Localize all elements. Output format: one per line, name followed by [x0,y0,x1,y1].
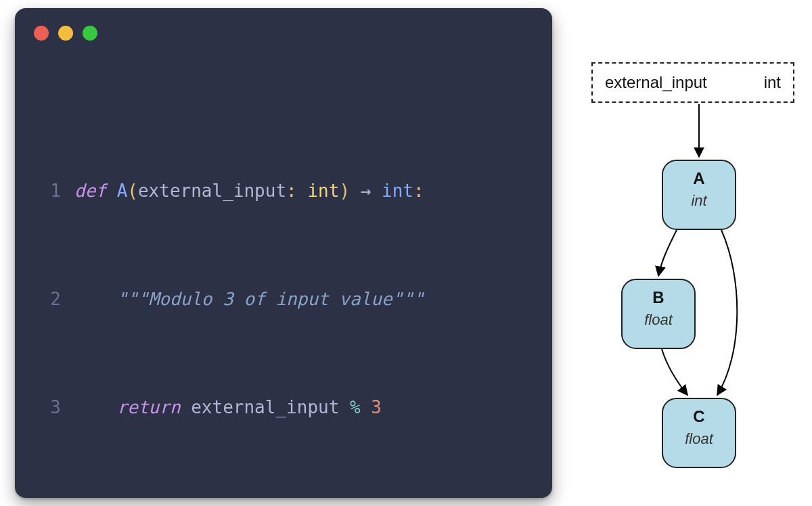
diagram-node-c: C float [662,398,736,468]
line-number: 3 [34,394,74,421]
line-number: 4 [34,502,74,506]
edge-a-to-c [717,230,737,395]
code-line: 3 return external_input % 3 [34,394,533,421]
stage: 1 def A(external_input: int) → int: 2 ""… [0,0,812,506]
code-line: 1 def A(external_input: int) → int: [34,177,533,204]
diagram-node-label: C [663,407,735,426]
edge-b-to-c [662,349,687,395]
diagram-node-b: B float [621,279,696,349]
line-number: 1 [34,177,74,204]
close-icon[interactable] [34,26,49,41]
code-window: 1 def A(external_input: int) → int: 2 ""… [15,8,552,498]
dependency-diagram: external_input int A int B float C float [574,8,808,498]
line-number: 2 [34,285,74,313]
diagram-external-input: external_input int [591,62,794,103]
diagram-node-label: A [663,169,735,188]
code-content: def A(external_input: int) → int: [74,177,533,204]
code-content: return external_input % 3 [74,394,533,421]
diagram-node-label: B [623,288,694,307]
diagram-external-type: int [764,73,781,92]
diagram-node-type: float [663,430,735,448]
diagram-node-a: A int [662,160,736,230]
code-editor: 1 def A(external_input: int) → int: 2 ""… [15,55,552,486]
diagram-node-type: int [663,192,735,210]
window-traffic-lights [34,26,97,41]
code-content: """Modulo 3 of input value""" [74,285,533,313]
code-line: 4 [34,502,533,506]
maximize-icon[interactable] [83,26,97,41]
code-line: 2 """Modulo 3 of input value""" [34,285,533,313]
diagram-external-name: external_input [605,73,707,92]
edge-a-to-b [658,230,677,276]
diagram-node-type: float [623,311,694,329]
minimize-icon[interactable] [58,26,73,41]
